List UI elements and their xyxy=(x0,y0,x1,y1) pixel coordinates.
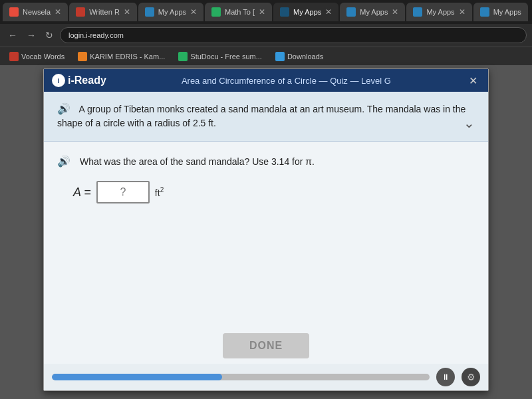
forward-button[interactable]: → xyxy=(24,29,39,42)
tab-bar: Newsela ✕ Written R ✕ My Apps ✕ Math To … xyxy=(0,0,532,24)
karim-favicon xyxy=(78,52,87,61)
iready-logo-icon: i xyxy=(52,74,65,87)
address-input[interactable] xyxy=(60,27,527,43)
reload-button[interactable]: ↻ xyxy=(43,29,56,42)
written-favicon xyxy=(76,7,85,17)
tab-myapps4-label: My Apps xyxy=(426,8,454,16)
pause-button[interactable]: ⏸ xyxy=(436,368,455,386)
iready-header: i i-Ready Area and Circumference of a Ci… xyxy=(44,69,488,92)
mathto-favicon xyxy=(211,7,221,17)
iready-close-button[interactable]: ✕ xyxy=(466,74,480,87)
speaker-icon[interactable]: 🔊 xyxy=(57,102,70,115)
equation-row: A = ft2 xyxy=(73,181,475,203)
tab-myapps3[interactable]: My Apps ✕ xyxy=(340,3,405,21)
vocab-favicon xyxy=(9,52,19,61)
tab-newsela-close[interactable]: ✕ xyxy=(55,7,61,17)
studocu-favicon xyxy=(178,52,188,61)
question-speaker-icon[interactable]: 🔊 xyxy=(57,155,70,168)
bookmark-karim[interactable]: KARIM EDRIS - Kam... xyxy=(72,51,170,63)
myapps2-favicon xyxy=(280,7,289,17)
tab-myapps3-label: My Apps xyxy=(360,8,388,16)
back-button[interactable]: ← xyxy=(5,29,20,42)
settings-button[interactable]: ⚙ xyxy=(462,368,480,386)
bookmarks-bar: Vocab Words KARIM EDRIS - Kam... StuDocu… xyxy=(0,47,532,65)
iready-window-title: Area and Circumference of a Circle — Qui… xyxy=(106,76,466,86)
tab-newsela[interactable]: Newsela ✕ xyxy=(3,3,68,21)
tab-myapps5[interactable]: My Apps xyxy=(473,3,528,21)
tab-myapps4[interactable]: My Apps ✕ xyxy=(406,3,471,21)
tab-myapps4-close[interactable]: ✕ xyxy=(459,7,466,17)
tab-myapps1-label: My Apps xyxy=(158,8,186,16)
iready-logo-icon-text: i xyxy=(58,77,60,84)
equation-label: A = xyxy=(73,186,91,200)
myapps5-favicon xyxy=(480,7,489,17)
downloads-favicon xyxy=(275,52,285,61)
myapps3-favicon xyxy=(346,7,356,17)
tab-myapps2-close[interactable]: ✕ xyxy=(325,7,332,17)
question-text: What was the area of the sand mandala? U… xyxy=(80,156,315,167)
tab-mathto-close[interactable]: ✕ xyxy=(259,7,265,17)
passage-text: A group of Tibetan monks created a sand … xyxy=(57,104,466,128)
gear-icon: ⚙ xyxy=(467,372,475,382)
iready-logo-text: i-Ready xyxy=(68,74,106,86)
address-bar: ← → ↻ xyxy=(0,24,532,47)
chevron-down-icon[interactable]: ⌄ xyxy=(464,115,475,131)
answer-input[interactable] xyxy=(96,181,150,203)
answer-section: 🔊 What was the area of the sand mandala?… xyxy=(44,142,488,328)
tab-myapps1[interactable]: My Apps ✕ xyxy=(138,3,203,21)
tab-myapps3-close[interactable]: ✕ xyxy=(392,7,398,17)
unit-text: ft2 xyxy=(155,186,164,198)
bookmark-vocab-words[interactable]: Vocab Words xyxy=(4,51,70,63)
newsela-favicon xyxy=(9,7,19,17)
tab-myapps2-label: My Apps xyxy=(293,8,321,16)
bookmark-studocu[interactable]: StuDocu - Free sum... xyxy=(173,51,267,63)
progress-section: ⏸ ⚙ xyxy=(44,364,488,390)
iready-logo: i i-Ready xyxy=(52,74,106,87)
tab-myapps2[interactable]: My Apps ✕ xyxy=(273,3,338,21)
iready-window: i i-Ready Area and Circumference of a Ci… xyxy=(43,68,489,391)
browser-chrome: Newsela ✕ Written R ✕ My Apps ✕ Math To … xyxy=(0,0,532,65)
tab-written-label: Written R xyxy=(89,8,120,16)
passage-section: 🔊 A group of Tibetan monks created a san… xyxy=(44,92,488,142)
myapps1-favicon xyxy=(145,7,154,17)
unit-superscript: 2 xyxy=(160,186,164,194)
bookmark-downloads[interactable]: Downloads xyxy=(270,51,329,63)
tab-written[interactable]: Written R ✕ xyxy=(69,3,137,21)
tab-newsela-label: Newsela xyxy=(23,8,51,16)
tab-myapps5-label: My Apps xyxy=(493,8,521,16)
bookmark-downloads-label: Downloads xyxy=(287,53,323,61)
bookmark-studocu-label: StuDocu - Free sum... xyxy=(190,53,262,61)
bookmark-vocab-label: Vocab Words xyxy=(21,53,65,61)
question-row: 🔊 What was the area of the sand mandala?… xyxy=(57,155,475,168)
tab-written-close[interactable]: ✕ xyxy=(124,7,130,17)
page-content: i i-Ready Area and Circumference of a Ci… xyxy=(0,65,532,399)
progress-bar-container xyxy=(52,374,430,380)
done-button[interactable]: DONE xyxy=(223,333,309,358)
done-section: DONE xyxy=(44,328,488,364)
tab-mathto[interactable]: Math To [ ✕ xyxy=(205,3,272,21)
myapps4-favicon xyxy=(413,7,422,17)
tab-myapps1-close[interactable]: ✕ xyxy=(190,7,197,17)
bookmark-karim-label: KARIM EDRIS - Kam... xyxy=(90,53,165,61)
pause-icon: ⏸ xyxy=(442,372,450,382)
unit-label: ft xyxy=(155,188,160,198)
progress-bar-fill xyxy=(52,374,222,380)
tab-mathto-label: Math To [ xyxy=(225,8,255,16)
